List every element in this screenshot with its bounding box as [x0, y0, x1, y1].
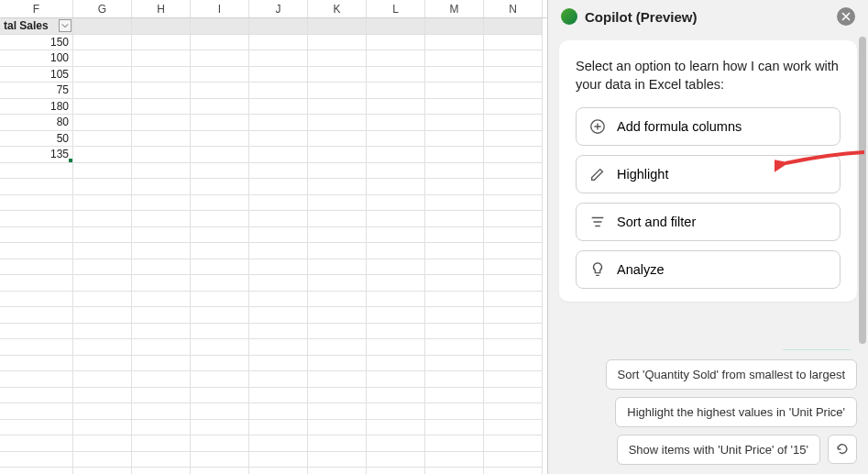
option-label: Highlight	[617, 167, 668, 182]
selection-handle-icon[interactable]	[69, 159, 73, 163]
data-cell[interactable]: 180	[0, 99, 73, 116]
suggestion-chips: Sort 'Quantity Sold' from smallest to la…	[548, 350, 868, 474]
data-cell[interactable]: 50	[0, 131, 73, 148]
copilot-panel: Copilot (Preview) Select an option to le…	[548, 0, 868, 474]
copilot-logo-icon	[561, 8, 577, 25]
intro-text: Select an option to learn how I can work…	[576, 57, 841, 94]
data-cell[interactable]: 75	[0, 83, 73, 99]
option-label: Analyze	[617, 262, 665, 277]
panel-title: Copilot (Preview)	[585, 9, 698, 25]
refresh-icon[interactable]	[828, 435, 857, 464]
user-message: Highlight	[776, 349, 857, 350]
filter-dropdown-icon[interactable]	[59, 19, 71, 32]
sort-filter-button[interactable]: Sort and filter	[576, 203, 841, 241]
col-header-L[interactable]: L	[367, 0, 425, 17]
data-cell[interactable]: 80	[0, 115, 73, 131]
grid[interactable]: tal Sales 150 100 105 75 180 80 50 135 /…	[0, 18, 547, 474]
analyze-button[interactable]: Analyze	[576, 250, 841, 289]
table-header-cell[interactable]: tal Sales	[0, 18, 73, 35]
col-header-K[interactable]: K	[308, 0, 367, 17]
suggestion-highlight[interactable]: Highlight the highest values in 'Unit Pr…	[615, 397, 857, 427]
col-header-G[interactable]: G	[73, 0, 132, 17]
header-text: tal Sales	[4, 19, 49, 32]
column-headers: F G H I J K L M N	[0, 0, 547, 18]
panel-header: Copilot (Preview)	[548, 0, 868, 35]
data-cell[interactable]: 150	[0, 35, 73, 51]
col-header-N[interactable]: N	[484, 0, 543, 17]
col-header-I[interactable]: I	[191, 0, 249, 17]
copilot-message-card: Select an option to learn how I can work…	[559, 40, 857, 302]
data-cell[interactable]: 105	[0, 67, 73, 83]
add-formula-columns-button[interactable]: Add formula columns	[576, 107, 841, 146]
data-cell[interactable]: 100	[0, 50, 73, 67]
suggestion-show-items[interactable]: Show items with 'Unit Price' of '15'	[617, 435, 820, 465]
plus-circle-icon	[589, 118, 606, 135]
suggestion-sort[interactable]: Sort 'Quantity Sold' from smallest to la…	[606, 359, 857, 390]
col-header-J[interactable]: J	[249, 0, 308, 17]
callout-arrow-icon	[775, 149, 866, 176]
option-label: Add formula columns	[617, 119, 742, 134]
data-cell[interactable]: 135	[0, 147, 73, 163]
spreadsheet-area[interactable]: F G H I J K L M N tal Sales 150 100 10	[0, 0, 548, 474]
close-icon[interactable]	[837, 7, 855, 26]
option-label: Sort and filter	[617, 215, 696, 229]
col-header-M[interactable]: M	[425, 0, 484, 17]
lightbulb-icon	[589, 261, 606, 278]
col-header-F[interactable]: F	[0, 0, 73, 17]
sort-icon	[589, 214, 606, 230]
pen-icon	[589, 166, 606, 182]
col-header-H[interactable]: H	[132, 0, 191, 17]
